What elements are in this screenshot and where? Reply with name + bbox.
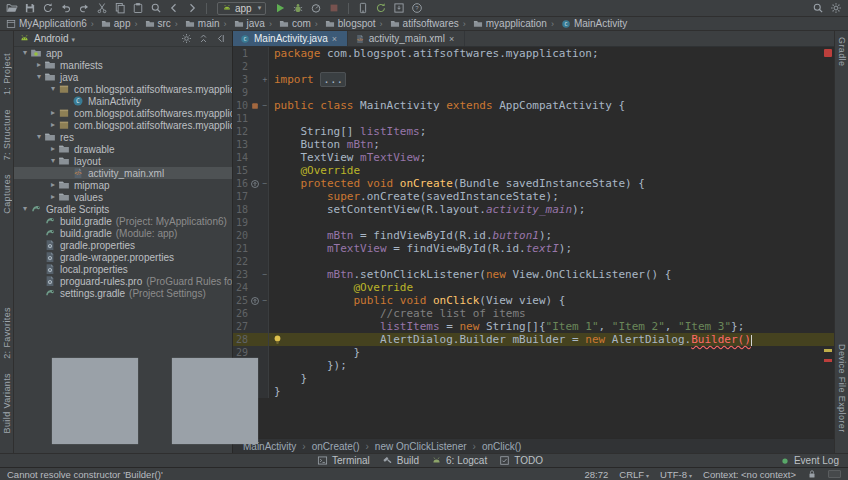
tree-item[interactable]: app <box>14 47 232 59</box>
warning-stripe-mark[interactable] <box>824 349 832 352</box>
tree-item[interactable]: drawable <box>14 143 232 155</box>
sync-project-button[interactable] <box>40 1 56 15</box>
tool-window-button-terminal[interactable]: Terminal <box>317 455 370 466</box>
event-log-button[interactable]: Event Log <box>780 455 839 466</box>
editor-gutter[interactable]: 24 <box>233 281 269 294</box>
tree-item[interactable]: java <box>14 71 232 83</box>
tool-window-switcher-icon[interactable] <box>5 311 305 480</box>
tree-item[interactable]: com.blogspot.atifsoftwares.myapplication… <box>14 119 232 131</box>
settings-button[interactable] <box>179 32 193 45</box>
nav-breadcrumb[interactable]: blogspot <box>311 18 376 29</box>
editor-tab[interactable]: </>activity_main.xml <box>348 31 465 46</box>
tree-item[interactable]: gradle-wrapper.properties <box>14 251 232 263</box>
redo-button[interactable] <box>76 1 92 15</box>
tree-arrow-icon[interactable] <box>48 119 58 131</box>
nav-breadcrumb[interactable]: main <box>171 18 220 29</box>
tool-window-button[interactable]: 7: Structure <box>2 109 12 160</box>
nav-breadcrumb[interactable]: MyApplication6 <box>6 18 87 29</box>
cut-button[interactable] <box>94 1 110 15</box>
fold-expand-icon[interactable]: + <box>261 73 269 86</box>
tree-arrow-icon[interactable] <box>48 83 58 95</box>
tool-window-button[interactable]: Device File Explorer <box>837 344 847 433</box>
editor-gutter[interactable]: 1 <box>233 47 269 60</box>
tool-window-button[interactable]: 1: Project <box>2 53 12 95</box>
settings-button[interactable] <box>828 1 844 15</box>
collapse-all-button[interactable] <box>196 32 210 45</box>
tree-item[interactable]: com.blogspot.atifsoftwares.myapplication <box>14 83 232 95</box>
tree-arrow-icon[interactable] <box>48 143 58 155</box>
tree-arrow-icon[interactable] <box>34 131 44 143</box>
help-button[interactable]: ? <box>409 1 425 15</box>
editor-gutter[interactable]: 23− <box>233 268 269 281</box>
override-icon[interactable] <box>248 296 261 306</box>
editor-breadcrumb-item[interactable]: onClick() <box>467 441 522 452</box>
tree-item[interactable]: settings.gradle(Project Settings) <box>14 287 232 299</box>
tool-window-button-build[interactable]: Build <box>382 455 419 466</box>
tree-item[interactable]: </>activity_main.xml <box>14 167 232 179</box>
editor-breadcrumb-item[interactable]: new OnClickListener <box>360 441 467 452</box>
nav-breadcrumb[interactable]: src <box>131 18 171 29</box>
editor-gutter[interactable]: 17 <box>233 190 269 203</box>
open-project-button[interactable] <box>4 1 20 15</box>
editor-gutter[interactable]: 15 <box>233 164 269 177</box>
tree-item[interactable]: build.gradle(Module: app) <box>14 227 232 239</box>
tree-item[interactable]: build.gradle(Project: MyApplication6) <box>14 215 232 227</box>
editor-gutter[interactable]: 18 <box>233 203 269 216</box>
tab-close-icon[interactable] <box>332 35 340 43</box>
nav-breadcrumb[interactable]: CMainActivity <box>547 18 627 29</box>
navigate-back-button[interactable] <box>166 1 182 15</box>
nav-breadcrumb[interactable]: app <box>87 18 131 29</box>
tree-arrow-icon[interactable] <box>48 179 58 191</box>
memory-indicator[interactable] <box>828 470 841 478</box>
tree-item[interactable]: manifests <box>14 59 232 71</box>
tree-item[interactable]: local.properties <box>14 263 232 275</box>
editor-tab[interactable]: CMainActivity.java <box>233 31 348 46</box>
avd-manager-button[interactable] <box>355 1 371 15</box>
tree-arrow-icon[interactable] <box>48 107 58 119</box>
debug-button[interactable] <box>290 1 306 15</box>
encoding-select[interactable]: UTF-8 <box>660 469 692 480</box>
editor-gutter[interactable]: 12 <box>233 125 269 138</box>
find-button[interactable] <box>148 1 164 15</box>
tree-item[interactable]: CMainActivity <box>14 95 232 107</box>
tree-arrow-icon[interactable] <box>48 191 58 203</box>
tool-window-button[interactable]: Captures <box>2 174 12 214</box>
paste-button[interactable] <box>130 1 146 15</box>
class-marker-icon[interactable] <box>248 101 261 111</box>
nav-breadcrumb[interactable]: com <box>265 18 311 29</box>
editor-breadcrumb-item[interactable]: onCreate() <box>296 441 359 452</box>
project-view-select[interactable]: Android <box>34 33 75 44</box>
navigate-forward-button[interactable] <box>184 1 200 15</box>
fold-collapse-icon[interactable]: − <box>261 177 269 190</box>
tree-item[interactable]: values <box>14 191 232 203</box>
tree-item[interactable]: layout <box>14 155 232 167</box>
save-all-button[interactable] <box>22 1 38 15</box>
nav-breadcrumb[interactable]: java <box>220 18 265 29</box>
error-indicator[interactable] <box>824 49 832 57</box>
caret-position-widget[interactable]: 28:72 <box>585 469 609 480</box>
tree-arrow-icon[interactable] <box>48 155 58 167</box>
tree-item[interactable]: mipmap <box>14 179 232 191</box>
tree-arrow-icon[interactable] <box>20 47 30 59</box>
readonly-lock-icon[interactable] <box>807 469 817 479</box>
line-separator-select[interactable]: CRLF <box>619 469 649 480</box>
editor-gutter[interactable]: 11 <box>233 112 269 125</box>
editor-gutter[interactable]: 16− <box>233 177 269 190</box>
editor-gutter[interactable]: 3+ <box>233 73 269 86</box>
tree-arrow-icon[interactable] <box>34 71 44 83</box>
tree-item[interactable]: res <box>14 131 232 143</box>
editor-gutter[interactable]: 20 <box>233 229 269 242</box>
editor-gutter[interactable]: 13 <box>233 138 269 151</box>
tab-close-icon[interactable] <box>449 35 457 43</box>
context-widget[interactable]: Context: <no context> <box>703 469 796 480</box>
tool-window-button[interactable]: Gradle <box>837 37 847 66</box>
tool-window-button-todo[interactable]: TODO <box>499 455 543 466</box>
editor-gutter[interactable]: 21 <box>233 242 269 255</box>
fold-collapse-icon[interactable]: − <box>261 268 269 281</box>
editor-gutter[interactable]: 14 <box>233 151 269 164</box>
tree-item[interactable]: proguard-rules.pro(ProGuard Rules for ap… <box>14 275 232 287</box>
run-configuration-select[interactable]: app <box>217 2 266 15</box>
fold-collapse-icon[interactable]: − <box>261 99 269 112</box>
editor-gutter[interactable]: 9 <box>233 86 269 99</box>
editor-gutter[interactable]: 19 <box>233 216 269 229</box>
